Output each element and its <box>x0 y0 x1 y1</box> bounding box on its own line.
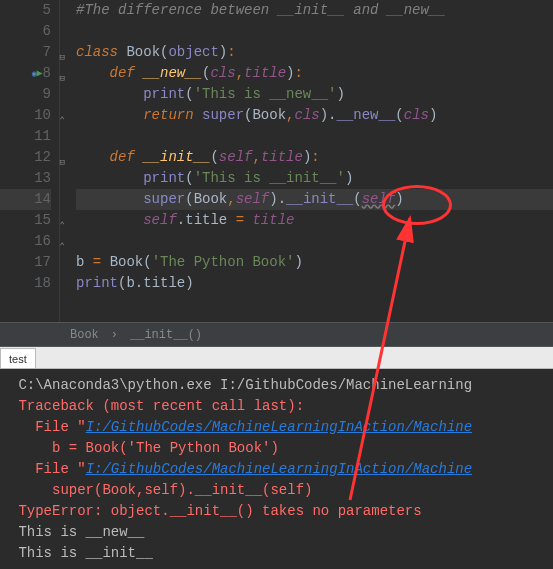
comment: #The difference between __init__ and __n… <box>76 2 446 18</box>
line-num: 16 <box>34 231 51 252</box>
attr-title: title <box>185 212 227 228</box>
console-stdout: This is __init__ <box>10 543 543 564</box>
console-file-prefix: File " <box>10 461 86 477</box>
arg-book: Book <box>194 191 228 207</box>
breadcrumb[interactable]: Book › __init__() <box>0 322 553 347</box>
console-code-line: super(Book,self).__init__(self) <box>10 480 543 501</box>
kw-class: class <box>76 44 118 60</box>
var-b: b <box>76 254 84 270</box>
line-num: 13 <box>34 168 51 189</box>
console-stdout: This is __new__ <box>10 522 543 543</box>
console-output[interactable]: C:\Anaconda3\python.exe I:/GithubCodes/M… <box>0 369 553 569</box>
console-line: C:\Anaconda3\python.exe I:/GithubCodes/M… <box>10 375 543 396</box>
line-num: 12 <box>34 147 51 168</box>
code-editor[interactable]: 5 6 7⊟ ◉▶8⊟ 9 10⌃ 11 12⊟ 13 14 15⌃ 16⌃ 1… <box>0 0 553 322</box>
param-title: title <box>244 65 286 81</box>
call-init: __init__ <box>286 191 353 207</box>
arg-self: self <box>236 191 270 207</box>
call-super: super <box>143 191 185 207</box>
line-num: 6 <box>43 21 51 42</box>
breadcrumb-sep-icon: › <box>111 328 118 342</box>
line-num: 18 <box>34 273 51 294</box>
line-num: 10 <box>34 105 51 126</box>
console-tab[interactable]: test <box>0 348 36 368</box>
console-file-link[interactable]: I:/GithubCodes/MachineLearningInAction/M… <box>86 419 472 435</box>
param-cls: cls <box>210 65 235 81</box>
param-title: title <box>261 149 303 165</box>
line-num: 17 <box>34 252 51 273</box>
class-name: Book <box>126 44 160 60</box>
arg-cls2: cls <box>404 107 429 123</box>
console-code-line: b = Book('The Python Book') <box>10 438 543 459</box>
kw-def: def <box>110 149 135 165</box>
line-num: 5 <box>43 0 51 21</box>
kw-def: def <box>110 65 135 81</box>
call-print: print <box>143 170 185 186</box>
arg-cls: cls <box>294 107 319 123</box>
breadcrumb-class[interactable]: Book <box>70 328 99 342</box>
param-title-ref: title <box>252 212 294 228</box>
line-gutter: 5 6 7⊟ ◉▶8⊟ 9 10⌃ 11 12⊟ 13 14 15⌃ 16⌃ 1… <box>0 0 60 322</box>
line-num: 8 <box>43 63 51 84</box>
call-super: super <box>202 107 244 123</box>
ctor-book: Book <box>110 254 144 270</box>
call-print: print <box>143 86 185 102</box>
arg-self-highlighted: self <box>362 191 396 207</box>
str-new: 'This is __new__' <box>194 86 337 102</box>
console-file-link[interactable]: I:/GithubCodes/MachineLearningInAction/M… <box>86 461 472 477</box>
line-num: 9 <box>43 84 51 105</box>
fn-new: __new__ <box>143 65 202 81</box>
console-error-msg: TypeError: object.__init__() takes no pa… <box>10 501 543 522</box>
str-bookname: 'The Python Book' <box>152 254 295 270</box>
self-ref: self <box>143 212 177 228</box>
line-num: 15 <box>34 210 51 231</box>
code-area[interactable]: #The difference between __init__ and __n… <box>60 0 553 322</box>
console-file-prefix: File " <box>10 419 86 435</box>
base-object: object <box>168 44 218 60</box>
line-num: 7 <box>43 42 51 63</box>
str-init: 'This is __init__' <box>194 170 345 186</box>
fn-init: __init__ <box>143 149 210 165</box>
line-num: 11 <box>34 126 51 147</box>
console-tab-bar: test <box>0 347 553 369</box>
line-num: 14 <box>34 189 51 210</box>
call-print: print <box>76 275 118 291</box>
attr-title: title <box>143 275 185 291</box>
breadcrumb-method[interactable]: __init__() <box>130 328 202 342</box>
kw-return: return <box>143 107 193 123</box>
console-traceback: Traceback (most recent call last): <box>10 396 543 417</box>
call-new: __new__ <box>337 107 396 123</box>
var-b: b <box>126 275 134 291</box>
param-self: self <box>219 149 253 165</box>
arg-book: Book <box>252 107 286 123</box>
